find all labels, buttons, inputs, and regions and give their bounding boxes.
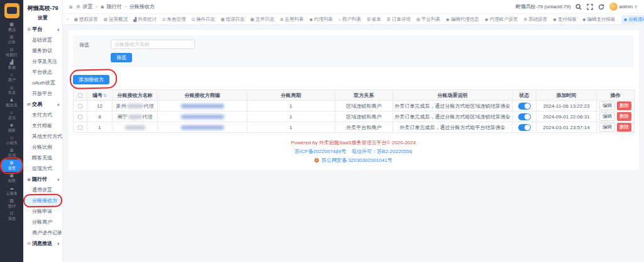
refresh-icon[interactable] — [598, 4, 604, 10]
rail-item-aftersale[interactable]: ◎售后 — [1, 84, 22, 96]
tab-app-list[interactable]: ⊞应用列表 — [280, 16, 303, 23]
menu-item-general-settings[interactable]: 通用设置 — [23, 185, 62, 195]
security-link[interactable]: 苏公网安备 32030302001041号 — [321, 157, 392, 163]
rail-item-label: 统计 — [8, 204, 16, 208]
rail-item-permission[interactable]: ▣权限 — [1, 172, 22, 185]
row-checkbox[interactable] — [78, 115, 82, 119]
list-icon: ☰ — [387, 17, 391, 22]
tab-edit-agent-info[interactable]: ◉编辑代理信息 — [446, 16, 479, 23]
menu-item-split-ratio[interactable]: 分账比例 — [23, 142, 62, 152]
breadcrumb-item-0[interactable]: ⚙设置 — [76, 3, 92, 10]
tab-order-detail[interactable]: ☰订单详情 — [387, 16, 411, 23]
tabs-scroll-left-icon[interactable]: ‹ — [67, 16, 69, 22]
tab-edit-payment-template[interactable]: ◉编辑支付模板 — [582, 16, 616, 23]
breadcrumb-item-2[interactable]: 分账接收方 — [130, 3, 155, 10]
menu-item-oauth-settings[interactable]: oAuth设置 — [23, 77, 62, 88]
rail-item-staff[interactable]: ☺店员 — [1, 109, 22, 122]
cell-scene: 外卖订单完成后，通过分账方式给区域连锁结算佣金 — [393, 111, 513, 122]
menu-item-basic-settings[interactable]: 基础设置 — [23, 35, 62, 45]
menu-item-payment-template[interactable]: 支付模板 — [23, 120, 62, 131]
select-all-checkbox[interactable] — [78, 93, 82, 98]
sort-icon[interactable]: ⇅ — [103, 93, 107, 98]
menu-item-service-agreement[interactable]: 服务协议 — [23, 45, 62, 56]
tab-file-log[interactable]: ▦文件日志 — [250, 16, 274, 23]
menu-item-label: 分账申请 — [32, 208, 52, 215]
tab-operation-log[interactable]: ⊡操作日志 — [191, 16, 214, 23]
menu-item-split-apply[interactable]: 分账申请 — [23, 206, 62, 217]
row-checkbox[interactable] — [78, 104, 82, 108]
status-toggle[interactable] — [518, 113, 531, 120]
tab-payment-template[interactable]: ◉支付模板 — [553, 16, 577, 23]
rail-item-cloud-service[interactable]: ☁云服务 — [1, 185, 22, 197]
menu-item-customer-recharge[interactable]: 顾客充值 — [23, 152, 62, 163]
menu-item-label: 分账比例 — [32, 144, 52, 151]
menu-section-message-push[interactable]: ✉消息推送∨ — [23, 238, 62, 249]
tab-role-management[interactable]: ⊡角色管理 — [162, 16, 186, 23]
row-checkbox[interactable] — [78, 125, 82, 130]
tab-agent-list[interactable]: ◉代理列表 — [309, 16, 333, 23]
tab-split-receiver[interactable]: ◉分账接收方× — [621, 15, 644, 24]
rail-item-system[interactable]: ⊡系统 — [1, 210, 22, 222]
edit-button[interactable]: 编辑 — [599, 101, 615, 110]
telecom-link[interactable]: 电信许可：苏B2-20220556 — [352, 149, 412, 154]
menu-item-split-merchant[interactable]: 分账商户 — [23, 217, 62, 227]
cell-id: 12 — [87, 101, 113, 111]
tab-error-log[interactable]: ▦错误日志 — [221, 16, 245, 23]
menu-item-open-platform[interactable]: 开放平台 — [23, 88, 62, 99]
delete-button[interactable]: 删除 — [617, 101, 631, 110]
rail-item-campus-pay[interactable]: ☷校园付 — [1, 46, 22, 59]
user-menu[interactable]: admin ∨ — [609, 3, 638, 11]
filter-button[interactable]: 筛选 — [111, 53, 132, 62]
rail-item-apps[interactable]: ⊞应用 — [1, 147, 22, 159]
menu-item-share-follow[interactable]: 分享及关注 — [23, 56, 62, 67]
wallet-icon: ◉ — [101, 4, 104, 9]
status-toggle[interactable] — [518, 124, 531, 131]
menu-item-split-receiver[interactable]: 分账接收方 — [23, 195, 62, 206]
icp-link[interactable]: 苏ICP备2022007489号 — [295, 149, 347, 154]
edit-button[interactable]: 编辑 — [599, 123, 615, 132]
tab-auth-settings[interactable]: ▦授权设置 — [74, 16, 98, 23]
tab-waimai-stats[interactable]: ▟外卖统计 — [133, 16, 157, 23]
search-icon[interactable] — [575, 4, 582, 10]
menu-section-suixingfu[interactable]: ◉随行付∧ — [23, 174, 62, 185]
cell-ops: 编辑删除 — [597, 101, 635, 111]
app-logo[interactable] — [4, 3, 19, 18]
rail-item-overview[interactable]: ▦概况 — [1, 21, 22, 33]
menu-section-trade[interactable]: ⇄交易∧ — [23, 99, 62, 110]
rail-item-courier[interactable]: ♟配送员 — [1, 96, 22, 109]
rail-item-miniprogram[interactable]: ◇小程序 — [1, 134, 22, 147]
fullscreen-icon[interactable] — [587, 4, 593, 10]
tab-merchant-list[interactable]: ⌂商户列表 — [338, 16, 361, 23]
edit-button[interactable]: 编辑 — [599, 112, 615, 121]
rail-item-label: 系统 — [8, 217, 16, 221]
delete-button[interactable]: 删除 — [617, 123, 631, 132]
tab-agent-account-settings[interactable]: ◉代理账户设置 — [485, 16, 518, 23]
user-caret-icon: ∨ — [634, 4, 638, 9]
menu-item-label: 支付模板 — [32, 122, 52, 129]
breadcrumb-item-1[interactable]: ◉随行付 — [101, 3, 122, 10]
rail-item-stats[interactable]: ▥统计 — [1, 197, 22, 210]
status-toggle[interactable] — [518, 103, 531, 110]
menu-item-withdraw-method[interactable]: 提现方式 — [23, 163, 62, 174]
menu-section-platform[interactable]: ⚙平台∧ — [23, 24, 62, 35]
menu-item-payment-method[interactable]: 支付方式 — [23, 110, 62, 120]
add-receiver-button[interactable]: 添加接收方 — [73, 75, 109, 84]
rail-item-orders[interactable]: ☰订单 — [1, 33, 22, 46]
rail-item-settings[interactable]: ⚙设置 — [1, 159, 22, 172]
tab-operation-overview[interactable]: ▤运营概况 — [104, 16, 128, 23]
tab-platform-list[interactable]: ▤平台列表 — [416, 16, 440, 23]
menu-item-platform-status[interactable]: 平台状态 — [23, 67, 62, 77]
tab-urge-order[interactable]: ☰催单 — [367, 16, 381, 23]
rail-item-merchant[interactable]: ⌂商户 — [1, 71, 22, 84]
tab-basic-settings[interactable]: ⚙基础设置 — [523, 16, 547, 23]
tab-label: 错误日志 — [226, 16, 245, 23]
collapse-sidebar-icon[interactable]: ≡ — [69, 4, 72, 10]
rail-item-customer[interactable]: ☻顾客 — [1, 122, 22, 134]
menu-item-merchant-entry-record[interactable]: 商户进件记录 — [23, 227, 62, 238]
icp-line: 苏ICP备2022007489号 电信许可：苏B2-20220556 — [73, 147, 634, 156]
delete-button[interactable]: 删除 — [617, 112, 631, 121]
menu-item-other-payment-method[interactable]: 其他支付方式 — [23, 131, 62, 142]
rail-item-data[interactable]: ▟数据 — [1, 59, 22, 71]
receiver-name-input[interactable] — [111, 40, 195, 49]
redacted-code — [181, 125, 224, 130]
